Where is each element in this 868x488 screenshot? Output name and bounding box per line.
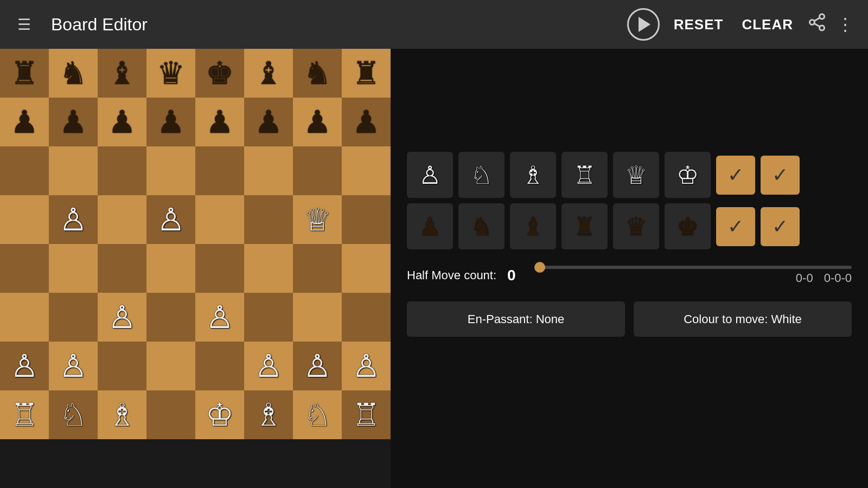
board-cell[interactable]: ♛ — [146, 49, 195, 98]
board-cell[interactable] — [244, 146, 293, 195]
board-cell[interactable] — [98, 244, 146, 293]
board-cell[interactable]: ♗ — [244, 390, 293, 439]
board-cell[interactable] — [244, 244, 293, 293]
board-cell[interactable]: ♝ — [244, 49, 293, 98]
bottom-buttons: En-Passant: None Colour to move: White — [407, 301, 852, 337]
board-cell[interactable]: ♙ — [146, 195, 195, 244]
white-queenside-castle-check[interactable]: ✓ — [761, 156, 800, 195]
board-cell[interactable]: ♙ — [293, 342, 342, 390]
board-cell[interactable] — [293, 146, 342, 195]
board-cell[interactable]: ♟ — [49, 98, 98, 146]
right-panel: ♙ ♘ ♗ ♖ ♕ ♔ ✓ ✓ ♟ ♞ ♝ ♜ ♛ ♚ ✓ ✓ — [391, 49, 868, 488]
black-bishop-btn[interactable]: ♝ — [510, 203, 556, 249]
board-cell[interactable] — [195, 342, 244, 390]
board-cell[interactable] — [98, 146, 146, 195]
board-cell[interactable]: ♟ — [146, 98, 195, 146]
board-cell[interactable] — [49, 293, 98, 342]
black-queenside-castle-check[interactable]: ✓ — [761, 207, 800, 246]
clear-button[interactable]: CLEAR — [737, 14, 797, 35]
board-cell[interactable]: ♙ — [0, 342, 49, 390]
castle-label-oo[interactable]: 0-0 — [796, 271, 813, 285]
board-cell[interactable]: ♞ — [293, 49, 342, 98]
board-cell[interactable]: ♘ — [293, 390, 342, 439]
white-kingside-castle-check[interactable]: ✓ — [716, 156, 755, 195]
board-cell[interactable]: ♟ — [293, 98, 342, 146]
board-cell[interactable]: ♘ — [49, 390, 98, 439]
black-king-btn[interactable]: ♚ — [665, 203, 711, 249]
board-cell[interactable] — [342, 244, 391, 293]
black-knight-btn[interactable]: ♞ — [458, 203, 505, 249]
board-cell[interactable] — [49, 244, 98, 293]
board-cell[interactable]: ♟ — [195, 98, 244, 146]
reset-button[interactable]: RESET — [669, 14, 728, 35]
board-cell[interactable] — [146, 293, 195, 342]
more-options-icon[interactable]: ⋮ — [837, 14, 855, 35]
castle-label-ooo[interactable]: 0-0-0 — [824, 271, 852, 285]
board-cell[interactable] — [0, 293, 49, 342]
share-icon[interactable] — [807, 12, 827, 36]
board-cell[interactable] — [146, 146, 195, 195]
board-cell[interactable] — [146, 342, 195, 390]
white-queen-btn[interactable]: ♕ — [613, 152, 659, 198]
board-cell[interactable]: ♔ — [195, 390, 244, 439]
white-bishop-btn[interactable]: ♗ — [510, 152, 556, 198]
white-king-btn[interactable]: ♔ — [665, 152, 711, 198]
header: ☰ Board Editor RESET CLEAR ⋮ — [0, 0, 868, 49]
board-cell[interactable] — [0, 244, 49, 293]
board-cell[interactable]: ♙ — [98, 293, 146, 342]
white-knight-btn[interactable]: ♘ — [458, 152, 505, 198]
board-cell[interactable] — [0, 146, 49, 195]
board-cell[interactable]: ♟ — [0, 98, 49, 146]
board-cell[interactable] — [0, 195, 49, 244]
board-cell[interactable] — [342, 195, 391, 244]
board-cell[interactable]: ♟ — [244, 98, 293, 146]
board-cell[interactable] — [98, 342, 146, 390]
black-pawn-btn[interactable]: ♟ — [407, 203, 453, 249]
board-cell[interactable]: ♟ — [98, 98, 146, 146]
board-cell[interactable]: ♙ — [244, 342, 293, 390]
half-move-label: Half Move count: — [407, 268, 496, 282]
white-pawn-btn[interactable]: ♙ — [407, 152, 453, 198]
board-cell[interactable] — [244, 195, 293, 244]
half-move-value: 0 — [507, 267, 524, 284]
board-cell[interactable]: ♙ — [49, 195, 98, 244]
black-rook-btn[interactable]: ♜ — [561, 203, 608, 249]
board-cell[interactable] — [244, 293, 293, 342]
board-cell[interactable]: ♜ — [342, 49, 391, 98]
board-cell[interactable] — [342, 293, 391, 342]
board-cell[interactable] — [195, 146, 244, 195]
board-cell[interactable]: ♗ — [98, 390, 146, 439]
black-queen-btn[interactable]: ♛ — [613, 203, 659, 249]
board-cell[interactable]: ♝ — [98, 49, 146, 98]
board-cell[interactable] — [195, 244, 244, 293]
board-cell[interactable] — [146, 390, 195, 439]
black-kingside-castle-check[interactable]: ✓ — [716, 207, 755, 246]
board-cell[interactable]: ♙ — [195, 293, 244, 342]
chess-board[interactable]: ♜♞♝♛♚♝♞♜♟♟♟♟♟♟♟♟♙♙♕♙♙♙♙♙♙♙♖♘♗♔♗♘♖ — [0, 49, 391, 439]
board-cell[interactable] — [98, 195, 146, 244]
en-passant-button[interactable]: En-Passant: None — [407, 301, 625, 337]
menu-icon[interactable]: ☰ — [13, 16, 35, 34]
board-cell[interactable]: ♚ — [195, 49, 244, 98]
white-rook-btn[interactable]: ♖ — [561, 152, 608, 198]
board-cell[interactable]: ♖ — [342, 390, 391, 439]
half-move-slider[interactable] — [534, 266, 852, 269]
board-cell[interactable] — [195, 195, 244, 244]
play-button[interactable] — [627, 8, 660, 41]
black-pieces-row: ♟ ♞ ♝ ♜ ♛ ♚ ✓ ✓ — [407, 203, 852, 249]
board-cell[interactable]: ♜ — [0, 49, 49, 98]
board-cell[interactable]: ♟ — [342, 98, 391, 146]
board-cell[interactable] — [342, 146, 391, 195]
board-cell[interactable] — [146, 244, 195, 293]
board-cell[interactable] — [49, 146, 98, 195]
board-cell[interactable]: ♞ — [49, 49, 98, 98]
board-cell[interactable]: ♕ — [293, 195, 342, 244]
board-cell[interactable]: ♙ — [342, 342, 391, 390]
play-icon — [639, 17, 650, 32]
board-cell[interactable] — [293, 293, 342, 342]
half-move-slider-area: 0-0 0-0-0 — [534, 266, 852, 285]
board-cell[interactable]: ♖ — [0, 390, 49, 439]
colour-to-move-button[interactable]: Colour to move: White — [634, 301, 852, 337]
board-cell[interactable] — [293, 244, 342, 293]
board-cell[interactable]: ♙ — [49, 342, 98, 390]
